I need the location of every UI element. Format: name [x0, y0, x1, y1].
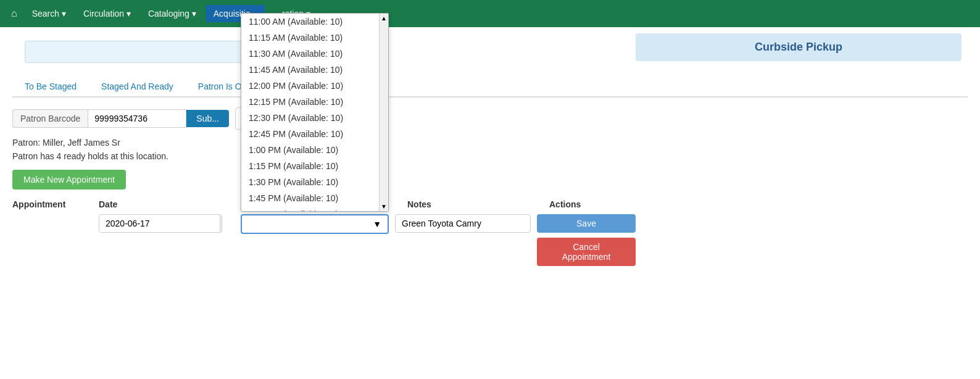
appt-col-header-appointment: Appointment	[12, 199, 93, 209]
time-options-scroll[interactable]: 11:00 AM (Available: 10)11:15 AM (Availa…	[241, 14, 379, 211]
save-button[interactable]: Save	[537, 214, 636, 233]
right-panel: Curbside Pickup	[321, 33, 968, 61]
nav-circulation[interactable]: Circulation ▾	[76, 5, 138, 22]
actions-col: Save Cancel Appointment	[537, 214, 636, 266]
appt-col-header-date: Date	[99, 199, 235, 209]
time-option[interactable]: 1:45 PM (Available: 10)	[241, 190, 379, 206]
time-option[interactable]: 1:00 PM (Available: 10)	[241, 142, 379, 158]
patron-holds: Patron has 4 ready holds at this locatio…	[12, 149, 968, 163]
chevron-down-icon: ▼	[373, 219, 381, 229]
time-option[interactable]: 11:45 AM (Available: 10)	[241, 62, 379, 78]
make-appointment-button[interactable]: Make New Appointment	[12, 170, 126, 190]
time-option[interactable]: 2:00 PM (Available: 10)	[241, 206, 379, 211]
curbside-header: Curbside Pickup	[636, 33, 961, 61]
scroll-up-button[interactable]: ▲	[381, 15, 387, 22]
time-option[interactable]: 1:15 PM (Available: 10)	[241, 158, 379, 174]
actions-cell: Save Cancel Appointment	[537, 214, 636, 266]
barcode-input[interactable]	[88, 109, 186, 128]
tabs-row: To Be Staged Staged And Ready Patron Is …	[12, 70, 968, 98]
barcode-label: Patron Barcode	[12, 109, 88, 128]
appointment-section: Appointment Date Notes Actions	[0, 199, 980, 278]
scroll-down-button[interactable]: ▼	[381, 203, 387, 210]
time-select-cell: 11:00 AM (Available: 10)11:15 AM (Availa…	[241, 214, 389, 234]
patron-info: Patron: Miller, Jeff James Sr Patron has…	[12, 136, 968, 164]
appt-col-header-notes: Notes	[407, 199, 543, 209]
time-option[interactable]: 12:30 PM (Available: 10)	[241, 110, 379, 126]
date-input-wrap: 📅	[99, 214, 222, 233]
nav-search[interactable]: Search ▾	[25, 5, 73, 22]
time-dropdown-list: 11:00 AM (Available: 10)11:15 AM (Availa…	[241, 13, 389, 212]
time-option[interactable]: 12:00 PM (Available: 10)	[241, 78, 379, 94]
calendar-icon-button[interactable]: 📅	[220, 215, 222, 231]
tab-to-be-staged[interactable]: To Be Staged	[12, 77, 89, 98]
page-layout: Curbside Pickup To Be Staged Staged And …	[0, 27, 980, 278]
home-button[interactable]: ⌂	[6, 4, 22, 23]
date-cell: 📅	[99, 214, 235, 233]
patron-area: Patron Barcode Sub... Patron: Miller, Je…	[0, 98, 980, 199]
top-content-row: Curbside Pickup	[0, 27, 980, 70]
date-input[interactable]	[99, 215, 220, 232]
notes-cell	[395, 214, 531, 233]
patron-name: Patron: Miller, Jeff James Sr	[12, 136, 968, 149]
top-navigation: ⌂ Search ▾ Circulation ▾ Cataloging ▾ Ac…	[0, 0, 980, 27]
patron-barcode-row: Patron Barcode Sub...	[12, 107, 968, 130]
cancel-appointment-button[interactable]: Cancel Appointment	[537, 238, 636, 266]
tab-staged-and-ready[interactable]: Staged And Ready	[89, 77, 186, 98]
time-option[interactable]: 12:15 PM (Available: 10)	[241, 94, 379, 110]
time-option[interactable]: 11:30 AM (Available: 10)	[241, 46, 379, 62]
notes-input[interactable]	[395, 214, 531, 233]
time-option[interactable]: 11:00 AM (Available: 10)	[241, 14, 379, 30]
appt-col-header-actions: Actions	[549, 199, 968, 209]
time-option[interactable]: 12:45 PM (Available: 10)	[241, 126, 379, 142]
time-select-display[interactable]: ▼	[241, 214, 389, 234]
nav-cataloging[interactable]: Cataloging ▾	[141, 5, 204, 22]
submit-button[interactable]: Sub...	[186, 110, 229, 127]
time-option[interactable]: 11:15 AM (Available: 10)	[241, 30, 379, 46]
time-option[interactable]: 1:30 PM (Available: 10)	[241, 174, 379, 190]
